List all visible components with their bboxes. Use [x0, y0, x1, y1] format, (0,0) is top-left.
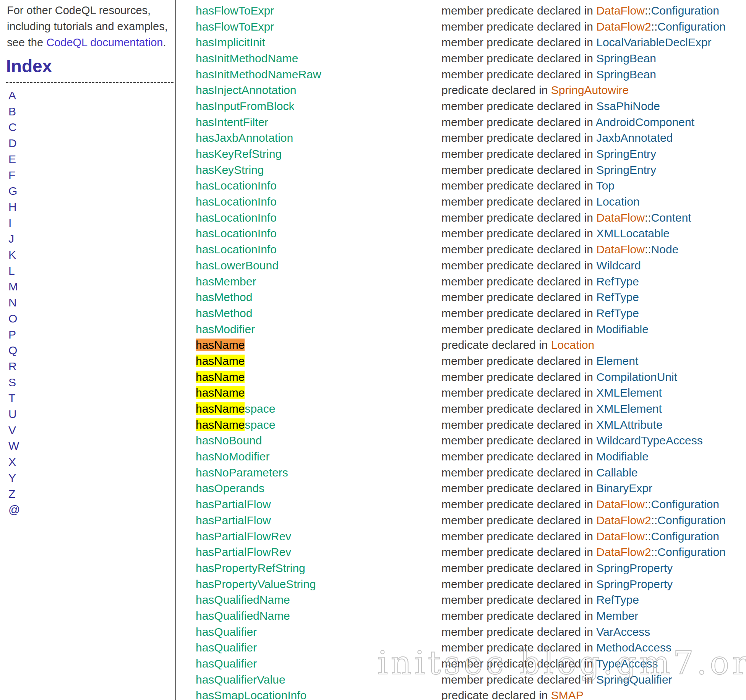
type-link[interactable]: SsaPhiNode	[596, 100, 660, 112]
module-link[interactable]: DataFlow	[596, 243, 645, 256]
entry-name-link[interactable]: hasNoParameters	[196, 466, 441, 479]
index-letter-V[interactable]: V	[8, 422, 16, 438]
type-link[interactable]: SpringEntry	[596, 164, 656, 176]
entry-name-link[interactable]: hasMember	[196, 275, 441, 288]
type-link[interactable]: Configuration	[651, 498, 719, 510]
index-letter-T[interactable]: T	[8, 390, 15, 406]
type-link[interactable]: RefType	[596, 291, 639, 303]
module-link[interactable]: DataFlow2	[596, 514, 651, 527]
type-link[interactable]: TypeAccess	[596, 657, 658, 670]
type-link[interactable]: RefType	[596, 593, 639, 606]
index-letter-Y[interactable]: Y	[8, 470, 16, 486]
type-link[interactable]: RefType	[596, 275, 639, 288]
index-letter-I[interactable]: I	[8, 215, 11, 231]
type-link[interactable]: LocalVariableDeclExpr	[596, 36, 711, 49]
type-link[interactable]: Modifiable	[596, 323, 649, 335]
type-link[interactable]: Member	[596, 609, 638, 622]
index-letter-F[interactable]: F	[8, 167, 15, 183]
entry-name-link[interactable]: hasMethod	[196, 291, 441, 304]
entry-name-link[interactable]: hasNamespace	[196, 418, 441, 431]
index-letter-X[interactable]: X	[8, 454, 16, 470]
type-link[interactable]: WildcardTypeAccess	[596, 434, 702, 447]
module-link[interactable]: SMAP	[551, 689, 584, 700]
entry-name-link[interactable]: hasModifier	[196, 323, 441, 336]
type-link[interactable]: Modifiable	[596, 450, 649, 463]
type-link[interactable]: XMLAttribute	[596, 418, 662, 431]
index-letter-Q[interactable]: Q	[8, 342, 17, 358]
type-link[interactable]: RefType	[596, 307, 639, 319]
type-link[interactable]: Configuration	[657, 514, 725, 527]
index-letter-O[interactable]: O	[8, 311, 17, 327]
type-link[interactable]: Configuration	[657, 20, 725, 33]
entry-name-link[interactable]: hasQualifier	[196, 641, 441, 654]
entry-name-link[interactable]: hasPropertyValueString	[196, 578, 441, 591]
index-letter-H[interactable]: H	[8, 199, 17, 215]
index-letter-C[interactable]: C	[8, 119, 17, 135]
entry-name-link[interactable]: hasInputFromBlock	[196, 100, 441, 113]
type-link[interactable]: SpringQualifier	[596, 673, 672, 686]
type-link[interactable]: MethodAccess	[596, 641, 671, 654]
entry-name-link[interactable]: hasInjectAnnotation	[196, 84, 441, 97]
index-letter-W[interactable]: W	[8, 438, 19, 454]
type-link[interactable]: CompilationUnit	[596, 371, 677, 383]
type-link[interactable]: XMLElement	[596, 386, 662, 399]
entry-name-link[interactable]: hasImplicitInit	[196, 36, 441, 49]
type-link[interactable]: XMLElement	[596, 402, 662, 415]
index-letter-U[interactable]: U	[8, 406, 17, 422]
index-letter-K[interactable]: K	[8, 247, 16, 263]
type-link[interactable]: BinaryExpr	[596, 482, 652, 494]
entry-name-link[interactable]: hasSmapLocationInfo	[196, 689, 441, 700]
type-link[interactable]: JaxbAnnotated	[596, 131, 673, 144]
type-link[interactable]: Node	[651, 243, 679, 256]
type-link[interactable]: Wildcard	[596, 259, 641, 272]
entry-name-link[interactable]: hasQualifiedName	[196, 609, 441, 622]
module-link[interactable]: DataFlow	[596, 211, 645, 224]
type-link[interactable]: SpringBean	[596, 52, 656, 65]
type-link[interactable]: Element	[596, 355, 638, 367]
index-letter-G[interactable]: G	[8, 183, 17, 199]
module-link[interactable]: DataFlow2	[596, 546, 651, 558]
module-link[interactable]: DataFlow	[596, 4, 645, 17]
entry-name-link[interactable]: hasPartialFlow	[196, 514, 441, 527]
entry-name-link[interactable]: hasLowerBound	[196, 259, 441, 272]
entry-name-link[interactable]: hasNoBound	[196, 434, 441, 447]
entry-name-link[interactable]: hasName	[196, 386, 441, 399]
entry-name-link[interactable]: hasOperands	[196, 482, 441, 495]
type-link[interactable]: Callable	[596, 466, 637, 479]
index-letter-N[interactable]: N	[8, 295, 17, 311]
entry-name-link[interactable]: hasKeyString	[196, 164, 441, 177]
index-letter-M[interactable]: M	[8, 279, 18, 295]
entry-name-link[interactable]: hasName	[196, 355, 441, 368]
type-link[interactable]: VarAccess	[596, 625, 650, 638]
entry-name-link[interactable]: hasName	[196, 371, 441, 384]
index-letter-R[interactable]: R	[8, 358, 17, 374]
index-letter-L[interactable]: L	[8, 263, 15, 279]
index-letter-@[interactable]: @	[8, 502, 20, 518]
entry-name-link[interactable]: hasPropertyRefString	[196, 562, 441, 575]
codeql-documentation-link[interactable]: CodeQL documentation	[46, 36, 163, 49]
type-link[interactable]: SpringProperty	[596, 578, 673, 590]
type-link[interactable]: Configuration	[651, 4, 719, 17]
entry-name-link[interactable]: hasNoModifier	[196, 450, 441, 463]
entry-name-link[interactable]: hasQualifierValue	[196, 673, 441, 686]
index-letter-P[interactable]: P	[8, 327, 16, 343]
entry-name-link[interactable]: hasFlowToExpr	[196, 4, 441, 17]
module-link[interactable]: DataFlow	[596, 498, 645, 510]
type-link[interactable]: SpringProperty	[596, 562, 673, 574]
type-link[interactable]: XMLLocatable	[596, 227, 670, 240]
index-letter-E[interactable]: E	[8, 151, 16, 167]
type-link[interactable]: Top	[596, 179, 615, 192]
entry-name-link[interactable]: hasQualifiedName	[196, 593, 441, 606]
type-link[interactable]: Content	[651, 211, 691, 224]
module-link[interactable]: DataFlow2	[596, 20, 651, 33]
entry-name-link[interactable]: hasFlowToExpr	[196, 20, 441, 33]
entry-name-link[interactable]: hasLocationInfo	[196, 243, 441, 256]
entry-name-link[interactable]: hasQualifier	[196, 625, 441, 638]
module-link[interactable]: SpringAutowire	[551, 84, 629, 96]
index-letter-B[interactable]: B	[8, 104, 16, 120]
type-link[interactable]: Location	[596, 195, 639, 208]
index-letter-Z[interactable]: Z	[8, 486, 15, 502]
module-link[interactable]: Location	[551, 339, 594, 351]
index-letter-D[interactable]: D	[8, 135, 17, 151]
type-link[interactable]: Configuration	[651, 530, 719, 543]
